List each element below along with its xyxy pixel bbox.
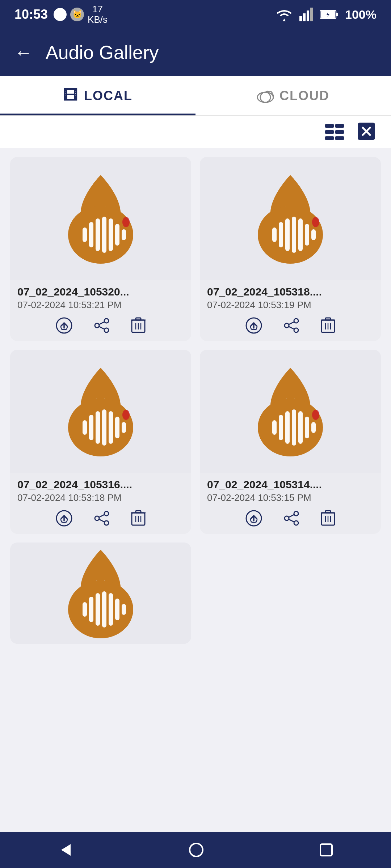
card-date-3: 07-02-2024 10:53:18 PM (17, 492, 184, 503)
svg-rect-45 (298, 218, 303, 251)
svg-rect-62 (83, 420, 87, 435)
svg-line-53 (289, 327, 294, 329)
audio-card-2[interactable]: 07_02_2024_105318.... 07-02-2024 10:53:1… (200, 157, 381, 341)
delete-btn-4[interactable] (321, 510, 335, 527)
svg-line-94 (289, 515, 294, 517)
svg-rect-83 (272, 420, 277, 435)
svg-rect-87 (298, 411, 303, 444)
status-icons: 🐱 17KB/s (54, 4, 108, 25)
svg-rect-85 (285, 411, 290, 444)
flame-logo-5 (57, 546, 144, 640)
svg-rect-44 (292, 217, 296, 253)
delete-icon (358, 123, 375, 141)
svg-point-61 (122, 410, 130, 420)
status-bar: 10:53 🐱 17KB/s 100% (0, 0, 391, 29)
svg-line-95 (289, 519, 294, 522)
svg-rect-108 (115, 599, 119, 620)
audio-card-3[interactable]: 07_02_2024_105316.... 07-02-2024 10:53:1… (10, 350, 191, 534)
cloud-icon (257, 89, 274, 103)
tab-local[interactable]: 🎞 LOCAL (0, 76, 196, 115)
svg-rect-43 (285, 218, 290, 251)
tab-cloud-label: CLOUD (279, 88, 329, 103)
delete-all-button[interactable] (355, 120, 378, 144)
tab-cloud[interactable]: CLOUD (196, 76, 391, 115)
svg-line-32 (99, 327, 104, 329)
status-right: 100% (276, 8, 377, 22)
svg-rect-86 (292, 409, 296, 446)
card-date-4: 07-02-2024 10:53:15 PM (207, 492, 374, 503)
upload-btn-1[interactable] (56, 317, 72, 334)
svg-rect-42 (279, 222, 283, 247)
delete-btn-3[interactable] (131, 510, 146, 527)
svg-point-19 (122, 217, 130, 227)
svg-rect-67 (115, 417, 119, 438)
svg-rect-2 (307, 10, 309, 21)
svg-point-51 (285, 323, 289, 328)
svg-point-93 (285, 516, 289, 520)
svg-rect-68 (122, 422, 126, 433)
card-actions-1 (10, 311, 191, 341)
svg-rect-1 (303, 13, 306, 21)
svg-rect-112 (320, 844, 332, 856)
svg-rect-12 (335, 130, 344, 134)
svg-rect-104 (89, 597, 93, 622)
share-btn-2[interactable] (284, 317, 299, 334)
svg-rect-20 (83, 227, 87, 242)
svg-point-50 (294, 328, 298, 332)
list-view-button[interactable] (323, 120, 346, 144)
moon-icon (54, 8, 67, 21)
upload-btn-4[interactable] (245, 510, 262, 527)
svg-rect-0 (299, 16, 302, 21)
toolbar (0, 116, 391, 148)
card-thumb-5 (10, 542, 191, 644)
svg-point-8 (260, 92, 270, 102)
share-btn-1[interactable] (94, 317, 109, 334)
svg-point-92 (294, 521, 298, 525)
share-btn-4[interactable] (284, 510, 299, 527)
svg-point-91 (294, 511, 298, 516)
upload-btn-2[interactable] (245, 317, 262, 334)
flame-logo-4 (247, 364, 334, 458)
svg-line-73 (99, 515, 104, 517)
back-button[interactable]: ← (14, 42, 33, 63)
delete-btn-1[interactable] (131, 317, 146, 334)
svg-point-40 (312, 217, 319, 227)
card-name-3: 07_02_2024_105316.... (17, 478, 184, 491)
svg-point-72 (95, 516, 99, 520)
upload-btn-3[interactable] (56, 510, 72, 527)
svg-rect-88 (305, 417, 309, 438)
svg-line-31 (99, 322, 104, 324)
share-btn-3[interactable] (94, 510, 109, 527)
svg-rect-84 (279, 415, 283, 440)
svg-rect-11 (325, 130, 334, 134)
nav-back-button[interactable] (58, 842, 73, 858)
delete-btn-2[interactable] (321, 317, 335, 334)
audio-card-4[interactable]: 07_02_2024_105314.... 07-02-2024 10:53:1… (200, 350, 381, 534)
svg-rect-26 (122, 229, 126, 240)
nav-back-icon (58, 842, 73, 858)
svg-point-28 (104, 319, 109, 323)
tab-bar: 🎞 LOCAL CLOUD (0, 76, 391, 116)
svg-rect-98 (325, 511, 331, 513)
card-date-2: 07-02-2024 10:53:19 PM (207, 299, 374, 311)
flame-logo-3 (57, 364, 144, 458)
audio-card-5[interactable] (10, 542, 191, 644)
card-info-4: 07_02_2024_105314.... 07-02-2024 10:53:1… (200, 473, 381, 503)
svg-rect-77 (136, 511, 141, 513)
nav-home-button[interactable] (188, 842, 204, 858)
status-time: 10:53 (14, 7, 48, 22)
trash-icon-1 (131, 317, 146, 334)
audio-grid: 07_02_2024_105320... 07-02-2024 10:53:21… (0, 148, 391, 652)
card-name-1: 07_02_2024_105320... (17, 286, 184, 298)
svg-rect-56 (325, 318, 331, 320)
svg-point-82 (312, 410, 319, 420)
svg-rect-25 (115, 224, 119, 246)
cat-icon: 🐱 (70, 8, 84, 21)
nav-recent-button[interactable] (319, 843, 333, 857)
card-name-4: 07_02_2024_105314.... (207, 478, 374, 491)
svg-line-74 (99, 519, 104, 522)
svg-rect-63 (89, 415, 93, 440)
audio-card-1[interactable]: 07_02_2024_105320... 07-02-2024 10:53:21… (10, 157, 191, 341)
svg-rect-41 (272, 227, 277, 242)
svg-rect-14 (335, 136, 344, 140)
